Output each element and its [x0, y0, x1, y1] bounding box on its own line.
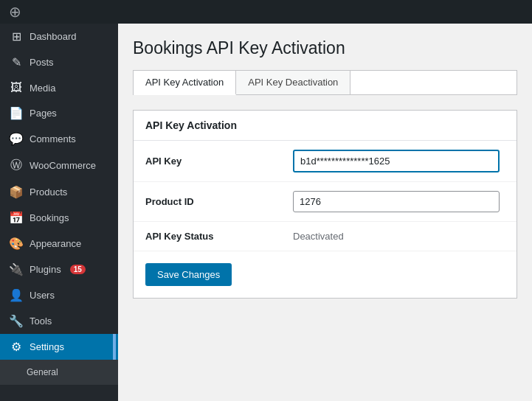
posts-icon: ✎	[9, 55, 24, 69]
users-icon: 👤	[9, 288, 24, 302]
sidebar-item-bookings[interactable]: 📅 Bookings	[0, 205, 118, 231]
page-title: Bookings API Key Activation	[133, 38, 517, 58]
submenu-general-label: General	[27, 367, 58, 377]
api-key-input[interactable]	[293, 150, 500, 172]
main-layout: ⊞ Dashboard ✎ Posts 🖼 Media 📄 Pages 💬 Co…	[0, 24, 532, 401]
settings-icon: ⚙	[9, 340, 24, 354]
sidebar-item-media[interactable]: 🖼 Media	[0, 75, 118, 100]
tab-deactivation-label: API Key Deactivation	[248, 77, 338, 88]
product-id-field	[293, 191, 505, 212]
sidebar-label-settings: Settings	[30, 341, 64, 352]
api-key-status-value: Deactivated	[293, 231, 344, 242]
plugins-icon: 🔌	[9, 262, 24, 276]
sidebar-item-products[interactable]: 📦 Products	[0, 179, 118, 205]
sidebar-label-comments: Comments	[30, 133, 76, 144]
top-bar: ⊕	[0, 0, 532, 24]
sidebar-label-plugins: Plugins	[30, 264, 61, 275]
products-icon: 📦	[9, 185, 24, 199]
sidebar-item-pages[interactable]: 📄 Pages	[0, 100, 118, 126]
api-key-field	[293, 150, 505, 172]
woocommerce-icon: Ⓦ	[9, 158, 24, 173]
main-content: Bookings API Key Activation API Key Acti…	[118, 24, 532, 401]
sidebar-item-settings[interactable]: ⚙ Settings	[0, 334, 118, 360]
pages-icon: 📄	[9, 106, 24, 120]
product-id-label: Product ID	[145, 196, 293, 207]
comments-icon: 💬	[9, 132, 24, 146]
plugins-badge: 15	[70, 265, 86, 274]
sidebar-label-users: Users	[30, 290, 55, 301]
sidebar-item-posts[interactable]: ✎ Posts	[0, 49, 118, 75]
sidebar-label-products: Products	[30, 186, 67, 198]
media-icon: 🖼	[9, 81, 24, 94]
form-section: API Key Activation API Key Product ID AP…	[133, 110, 517, 299]
sidebar-label-woocommerce: WooCommerce	[30, 160, 96, 171]
tab-api-key-deactivation[interactable]: API Key Deactivation	[236, 71, 350, 94]
form-section-title: API Key Activation	[134, 111, 517, 141]
sidebar-label-pages: Pages	[30, 108, 57, 119]
tabs-container: API Key Activation API Key Deactivation	[133, 70, 517, 95]
appearance-icon: 🎨	[9, 237, 24, 251]
sidebar-label-media: Media	[30, 83, 55, 94]
sidebar-item-appearance[interactable]: 🎨 Appearance	[0, 231, 118, 257]
save-changes-button[interactable]: Save Changes	[145, 263, 232, 286]
sidebar-item-users[interactable]: 👤 Users	[0, 282, 118, 308]
sidebar-label-tools: Tools	[30, 315, 52, 327]
sidebar-label-appearance: Appearance	[30, 238, 81, 249]
sidebar-label-posts: Posts	[30, 57, 54, 68]
sidebar-item-dashboard[interactable]: ⊞ Dashboard	[0, 24, 118, 49]
api-key-label: API Key	[145, 156, 293, 167]
sidebar-item-plugins[interactable]: 🔌 Plugins 15	[0, 257, 118, 282]
product-id-input[interactable]	[293, 191, 500, 212]
bookings-icon: 📅	[9, 211, 24, 225]
sidebar-item-tools[interactable]: 🔧 Tools	[0, 308, 118, 334]
form-row-product-id: Product ID	[134, 182, 517, 222]
tab-api-key-activation[interactable]: API Key Activation	[134, 71, 236, 95]
dashboard-icon: ⊞	[9, 29, 24, 43]
tools-icon: 🔧	[9, 314, 24, 328]
sidebar-item-woocommerce[interactable]: Ⓦ WooCommerce	[0, 152, 118, 179]
form-row-api-key-status: API Key Status Deactivated	[134, 222, 517, 251]
sidebar-label-dashboard: Dashboard	[30, 31, 77, 42]
sidebar-submenu-general[interactable]: General	[0, 363, 118, 382]
sidebar: ⊞ Dashboard ✎ Posts 🖼 Media 📄 Pages 💬 Co…	[0, 24, 118, 401]
sidebar-item-comments[interactable]: 💬 Comments	[0, 126, 118, 152]
sidebar-label-bookings: Bookings	[30, 212, 69, 223]
tab-activation-label: API Key Activation	[145, 77, 224, 88]
api-key-status-label: API Key Status	[145, 231, 293, 242]
settings-submenu: General	[0, 360, 118, 385]
api-key-status-field: Deactivated	[293, 231, 505, 242]
form-row-api-key: API Key	[134, 141, 517, 182]
wp-logo-icon: ⊕	[9, 3, 21, 21]
